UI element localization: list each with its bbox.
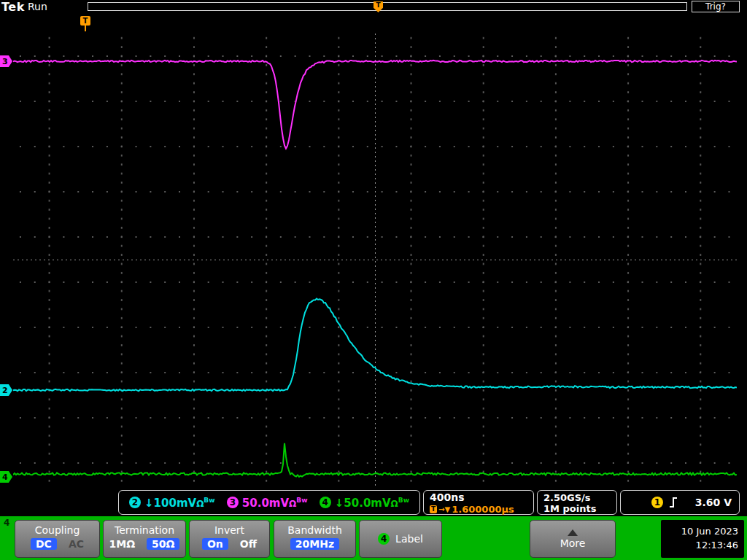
trigger-source-badge: 1 xyxy=(651,497,663,508)
termination-50ohm-option[interactable]: 50Ω xyxy=(147,538,179,550)
ch3-scale-text: 50.0mVΩBw xyxy=(242,496,308,510)
time-label: 12:13:46 xyxy=(667,538,738,552)
ch2-badge: 2 xyxy=(129,497,141,508)
record-view-bar xyxy=(88,2,687,11)
ch2-scale-readout: 2 ↓100mVΩBw xyxy=(129,496,215,510)
channel-marker-3: 3 xyxy=(0,55,12,67)
menu-channel-indicator: 4 xyxy=(4,518,9,528)
timebase-value: 400ns xyxy=(430,491,527,503)
sample-rate: 2.50GS/s xyxy=(543,492,611,503)
acquisition-status: Run xyxy=(28,1,47,12)
record-length: 1M points xyxy=(543,503,611,514)
trigger-delay-readout: T →▼ 1.600000µs xyxy=(430,504,527,515)
bandwidth-button[interactable]: Bandwidth 20MHz xyxy=(274,520,356,558)
channel-scale-readouts: 2 ↓100mVΩBw 3 50.0mVΩBw 4 ↓50.0mVΩBw xyxy=(118,490,420,515)
trigger-slope-icon xyxy=(669,497,678,508)
waveform-display xyxy=(13,34,737,486)
ch4-scale-text: ↓50.0mVΩBw xyxy=(335,496,409,510)
coupling-title: Coupling xyxy=(15,524,99,536)
channel-marker-2: 2 xyxy=(0,384,12,396)
ch3-trace xyxy=(13,61,737,149)
invert-on-option[interactable]: On xyxy=(202,538,228,550)
ch4-badge: 4 xyxy=(320,497,331,508)
channel-marker-label: 2 xyxy=(2,386,8,395)
termination-1mohm-option[interactable]: 1MΩ xyxy=(109,538,136,550)
trigger-position-flag: T xyxy=(80,16,90,31)
channel-marker-label: 3 xyxy=(2,57,8,66)
coupling-ac-option[interactable]: AC xyxy=(69,538,84,550)
channel-marker-4: 4 xyxy=(0,471,12,483)
invert-button[interactable]: Invert On Off xyxy=(189,520,270,558)
trigger-readout: 1 3.60 V xyxy=(620,490,740,515)
trigger-status-label: Trig? xyxy=(705,1,726,12)
delay-arrow-icon: →▼ xyxy=(438,505,450,513)
ch2-scale-text: ↓100mVΩBw xyxy=(144,496,215,510)
more-up-arrow-icon xyxy=(568,529,578,536)
label-title: Label xyxy=(395,533,423,545)
trigger-status-badge: Trig? xyxy=(692,1,740,12)
more-button[interactable]: More xyxy=(530,520,616,558)
invert-off-option[interactable]: Off xyxy=(240,538,257,550)
coupling-button[interactable]: Coupling DC AC xyxy=(15,520,100,558)
delay-t-icon: T xyxy=(430,505,437,513)
graticule xyxy=(13,34,737,486)
ch4-trace xyxy=(13,443,737,477)
trigger-flag-icon: T xyxy=(80,16,90,26)
bandwidth-title: Bandwidth xyxy=(274,524,355,536)
bandwidth-20mhz-option[interactable]: 20MHz xyxy=(290,538,339,550)
label-button[interactable]: 4 Label xyxy=(359,520,442,558)
termination-button[interactable]: Termination 1MΩ 50Ω xyxy=(103,520,186,558)
date-label: 10 Jun 2023 xyxy=(667,524,738,538)
ch4-scale-readout: 4 ↓50.0mVΩBw xyxy=(320,496,409,510)
ch2-trace xyxy=(13,299,737,392)
invert-title: Invert xyxy=(190,524,269,536)
ch3-scale-readout: 3 50.0mVΩBw xyxy=(227,496,308,510)
channel-marker-label: 4 xyxy=(2,472,8,482)
timebase-readout: 400ns T →▼ 1.600000µs xyxy=(423,490,534,515)
trigger-level: 3.60 V xyxy=(695,497,732,508)
date-time-display: 10 Jun 2023 12:13:46 xyxy=(661,520,744,558)
more-title: More xyxy=(560,537,586,549)
coupling-dc-option[interactable]: DC xyxy=(31,538,57,550)
termination-title: Termination xyxy=(104,524,185,536)
label-channel-badge: 4 xyxy=(378,533,390,545)
tek-logo: Tek xyxy=(1,0,25,14)
trigger-flag-stem xyxy=(85,26,86,31)
acquisition-readout: 2.50GS/s 1M points xyxy=(537,490,617,515)
ch3-badge: 3 xyxy=(227,497,239,508)
delay-value: 1.600000µs xyxy=(452,504,514,515)
